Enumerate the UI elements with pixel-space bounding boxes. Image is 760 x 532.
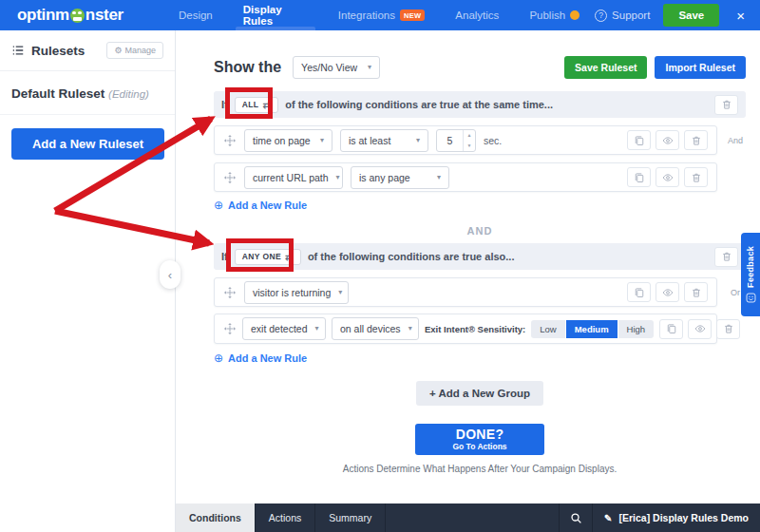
chevron-left-icon: ‹ [168, 268, 172, 282]
tab-summary[interactable]: Summary [315, 504, 386, 532]
view-toolbar: Show the Yes/No View ▾ Save Ruleset Impo… [214, 55, 746, 80]
done-go-to-actions-button[interactable]: DONE? Go To Actions [415, 424, 544, 455]
seconds-stepper[interactable]: 5 ▲ ▼ [436, 129, 476, 152]
group2-mode-toggle[interactable]: ANY ONE ⇄ [235, 249, 301, 265]
duplicate-rule-button[interactable] [627, 130, 651, 150]
import-ruleset-button[interactable]: Import Ruleset [655, 56, 746, 79]
save-ruleset-button[interactable]: Save Ruleset [564, 56, 647, 79]
condition-operator-select[interactable]: is at least ▾ [340, 129, 428, 152]
condition-field-select[interactable]: current URL path ▾ [244, 166, 343, 189]
preview-rule-button[interactable] [656, 167, 679, 187]
stepper-arrows[interactable]: ▲ ▼ [463, 130, 475, 151]
eye-icon [694, 323, 706, 334]
stepper-up-icon[interactable]: ▲ [464, 130, 475, 141]
seconds-value: 5 [437, 130, 463, 151]
nav-item-analytics[interactable]: Analytics [440, 0, 514, 30]
condition-operator-select[interactable]: is any page ▾ [351, 166, 449, 189]
add-new-group-button[interactable]: + Add a New Group [416, 381, 543, 406]
preview-rule-button[interactable] [656, 130, 679, 150]
drag-handle-icon[interactable] [223, 286, 237, 299]
nav-item-design[interactable]: Design [163, 0, 228, 30]
trash-icon [723, 323, 734, 334]
nav-item-label: Analytics [455, 10, 499, 21]
delete-rule-button[interactable] [684, 167, 708, 187]
group1-add-rule-link[interactable]: ⊕ Add a New Rule [214, 199, 307, 212]
group1-delete-button[interactable] [714, 95, 738, 115]
chevron-down-icon: ▾ [338, 289, 342, 296]
monster-icon [70, 9, 85, 23]
mode-value: ANY ONE [242, 252, 281, 261]
group2-delete-button[interactable] [714, 247, 738, 267]
manage-button[interactable]: ⚙ Manage [106, 42, 163, 59]
duplicate-rule-button[interactable] [627, 282, 651, 302]
search-button[interactable] [559, 504, 593, 532]
row-action-icons [627, 167, 708, 187]
nav-item-label: Publish [529, 10, 565, 21]
chevron-down-icon: ▾ [368, 64, 371, 71]
trash-icon [691, 135, 702, 146]
search-icon [570, 512, 582, 524]
if-label: If [221, 99, 228, 110]
view-select[interactable]: Yes/No View ▾ [293, 56, 380, 79]
nav-item-display-rules[interactable]: Display Rules [228, 0, 323, 30]
ruleset-name: Default Ruleset [11, 86, 104, 101]
feedback-tab[interactable]: Feedback [741, 233, 760, 316]
delete-rule-button[interactable] [684, 282, 708, 302]
save-button[interactable]: Save [663, 4, 719, 27]
sidebar-title: Rulesets [31, 44, 85, 58]
group2-add-rule-link[interactable]: ⊕ Add a New Rule [214, 352, 307, 365]
add-ruleset-button[interactable]: Add a New Ruleset [11, 128, 164, 160]
nav-item-publish[interactable]: Publish [514, 0, 595, 30]
ruleset-list-item[interactable]: Default Ruleset (Editing) [0, 71, 175, 115]
group1-header: If ALL ⇄ of the following conditions are… [214, 91, 746, 118]
eye-icon [662, 135, 674, 146]
duplicate-rule-button[interactable] [627, 167, 651, 187]
preview-rule-button[interactable] [656, 282, 679, 302]
preview-rule-button[interactable] [688, 319, 712, 339]
support-link[interactable]: ? Support [595, 10, 650, 22]
chevron-down-icon: ▾ [416, 137, 420, 144]
trash-icon [691, 287, 702, 298]
delete-rule-button[interactable] [716, 319, 740, 339]
select-value: is any page [359, 172, 410, 183]
select-value: is at least [349, 135, 390, 146]
done-title: DONE? [456, 428, 504, 442]
new-badge: NEW [400, 10, 425, 21]
trash-icon [721, 251, 732, 262]
chevron-down-icon: ▾ [408, 325, 412, 332]
sensitivity-low-button[interactable]: Low [531, 320, 564, 338]
group1-mode-toggle[interactable]: ALL ⇄ [235, 97, 279, 113]
condition-field-select[interactable]: exit detected ▾ [242, 317, 326, 340]
display-rules-canvas: Show the Yes/No View ▾ Save Ruleset Impo… [176, 30, 760, 504]
actions-caption: Actions Determine What Happens After You… [214, 464, 746, 474]
drag-handle-icon[interactable] [223, 134, 237, 147]
campaign-name-button[interactable]: ✎ [Erica] Display Rules Demo [593, 504, 760, 532]
close-icon[interactable]: × [732, 8, 749, 24]
drag-handle-icon[interactable] [223, 171, 237, 184]
group-joiner-label: AND [214, 225, 746, 237]
if-label: If [221, 251, 228, 262]
optinmonster-logo[interactable]: optinmnster [17, 6, 124, 25]
sidebar-collapse-handle[interactable]: ‹ [160, 260, 180, 289]
condition-field-select[interactable]: visitor is returning ▾ [244, 281, 349, 304]
duplicate-rule-button[interactable] [659, 319, 683, 339]
tab-conditions[interactable]: Conditions [176, 504, 256, 532]
chevron-down-icon: ▾ [437, 174, 441, 181]
rulesets-sidebar: Rulesets ⚙ Manage Default Ruleset (Editi… [0, 30, 176, 532]
condition-operator-select[interactable]: on all devices ▾ [332, 317, 419, 340]
condition-field-select[interactable]: time on page ▾ [244, 129, 332, 152]
tab-actions[interactable]: Actions [256, 504, 315, 532]
chevron-down-icon: ▾ [315, 325, 319, 332]
sensitivity-medium-button[interactable]: Medium [566, 320, 618, 338]
stepper-down-icon[interactable]: ▼ [464, 141, 475, 151]
select-value: current URL path [253, 172, 329, 183]
drag-handle-icon[interactable] [223, 322, 237, 335]
nav-menu: Design Display Rules Integrations NEW An… [163, 0, 595, 30]
rule-row-exit-detected: exit detected ▾ on all devices ▾ Exit In… [214, 314, 717, 344]
group2-header: If ANY ONE ⇄ of the following conditions… [214, 243, 746, 270]
rule-row-time-on-page: time on page ▾ is at least ▾ 5 ▲ ▼ sec. [214, 125, 717, 155]
delete-rule-button[interactable] [684, 130, 708, 150]
sensitivity-high-button[interactable]: High [618, 320, 655, 338]
eye-icon [662, 172, 674, 183]
nav-item-integrations[interactable]: Integrations NEW [323, 0, 441, 30]
